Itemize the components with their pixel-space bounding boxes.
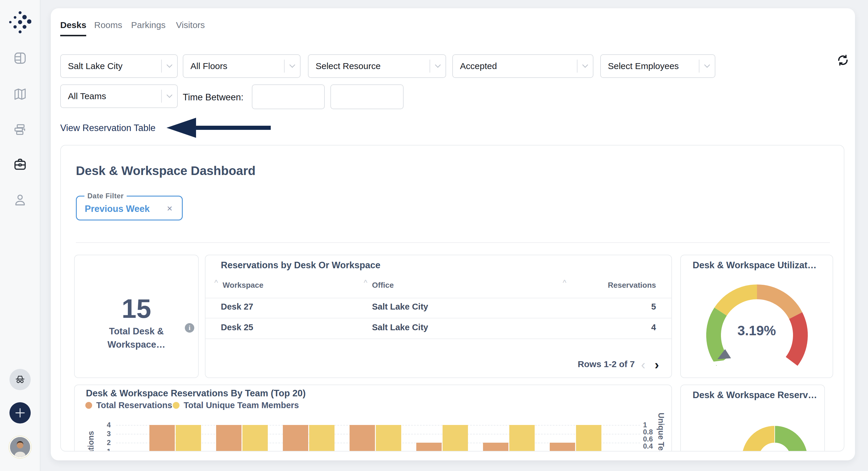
pagination-label: Rows 1-2 of 7 (578, 359, 635, 369)
time-from-input[interactable] (252, 85, 325, 109)
reservations-table-card: Reservations by Desk Or Workspace ^ Work… (205, 255, 672, 378)
dashboard-card: Desk & Workspace Dashboard Date Filter P… (60, 145, 844, 451)
bar-total-reservations (416, 443, 442, 451)
y-axis-left-tick: 1 (92, 447, 111, 451)
briefcase-icon[interactable] (13, 158, 27, 171)
bar-unique-team-members (376, 425, 401, 451)
bar-unique-team-members (442, 425, 468, 451)
sort-icon[interactable]: ^ (214, 278, 218, 287)
stat-card: 15 Total Desk & Workspace… i (74, 255, 199, 378)
bar-total-reservations (349, 425, 375, 451)
add-button[interactable] (9, 402, 31, 423)
user-avatar[interactable] (9, 436, 31, 458)
annotation-arrow-shaft (195, 126, 271, 130)
incognito-button[interactable] (9, 369, 31, 390)
bar-unique-team-members (176, 425, 201, 451)
utilization-gauge-card: Desk & Workspace Utilizat… 3.19% (680, 255, 833, 378)
divider (206, 298, 671, 299)
employees-select-value: Select Employees (601, 61, 699, 71)
stat-label-line1: Total Desk & (75, 326, 198, 337)
main-panel: Desks Rooms Parkings Visitors Salt Lake … (51, 8, 855, 460)
legend-item-reservations[interactable]: Total Reservations (85, 401, 172, 410)
refresh-icon[interactable] (836, 54, 849, 67)
teams-select-value: All Teams (61, 91, 161, 101)
bar-total-reservations (550, 443, 575, 451)
sort-icon[interactable]: ^ (364, 278, 367, 287)
gauge-chart (681, 255, 833, 378)
divider (206, 318, 671, 318)
resource-select-value: Select Resource (309, 61, 430, 71)
bar-total-reservations (216, 425, 242, 451)
date-filter-label: Date Filter (85, 192, 127, 200)
tab-rooms[interactable]: Rooms (94, 20, 122, 35)
floors-select-value: All Floors (183, 61, 284, 71)
time-to-input[interactable] (330, 85, 404, 109)
legend-label: Total Unique Team Members (184, 401, 299, 410)
info-icon[interactable]: i (185, 323, 194, 333)
divider (206, 339, 671, 339)
bar-unique-team-members (576, 425, 601, 451)
cell-office: Salt Lake City (372, 302, 428, 312)
sidebar (0, 0, 40, 471)
column-header-office[interactable]: Office (372, 281, 394, 290)
resource-select[interactable]: Select Resource (308, 54, 446, 78)
status-select[interactable]: Accepted (452, 54, 593, 78)
legend-label: Total Reservations (96, 401, 172, 410)
cell-office: Salt Lake City (372, 322, 428, 332)
legend-dot (173, 402, 180, 409)
gauge-value: 3.19% (681, 322, 833, 339)
tab-visitors[interactable]: Visitors (176, 20, 205, 35)
date-filter-value: Previous Week (85, 203, 150, 214)
legend-item-unique-members[interactable]: Total Unique Team Members (173, 401, 299, 410)
chevron-down-icon (162, 64, 177, 68)
dashboard-title: Desk & Workspace Dashboard (76, 164, 255, 178)
legend-dot (85, 402, 92, 409)
office-select[interactable]: Salt Lake City (60, 54, 178, 78)
chevron-down-icon (162, 94, 177, 98)
bar-total-reservations (283, 425, 308, 451)
cell-reservations: 4 (651, 322, 656, 332)
bar-total-reservations (149, 425, 175, 451)
y-axis-left-tick: 3 (92, 430, 111, 438)
tab-desks[interactable]: Desks (60, 20, 86, 36)
divider (76, 242, 830, 243)
donut-chart-card: Desk & Workspace Reserv… (680, 384, 825, 451)
stat-label-line2: Workspace… (75, 339, 198, 350)
annotation-arrow-head (166, 118, 196, 138)
bar-unique-team-members (509, 425, 535, 451)
incognito-icon (14, 374, 26, 385)
bar-unique-team-members (309, 425, 335, 451)
teams-select[interactable]: All Teams (60, 85, 178, 108)
next-page-button[interactable]: › (655, 357, 659, 372)
close-icon[interactable]: × (167, 203, 173, 214)
chevron-down-icon (578, 64, 593, 68)
cell-workspace: Desk 25 (221, 322, 253, 332)
date-filter-chip[interactable]: Date Filter Previous Week × (76, 196, 183, 220)
cell-workspace: Desk 27 (221, 302, 253, 312)
view-reservation-table-link[interactable]: View Reservation Table (60, 123, 156, 133)
map-icon[interactable] (13, 87, 27, 101)
bar-chart-card: Desk & Workspace Reservations By Team (T… (74, 384, 672, 451)
time-between-label: Time Between: (183, 92, 244, 103)
plus-icon (14, 407, 26, 418)
floors-select[interactable]: All Floors (183, 54, 301, 78)
person-icon[interactable] (13, 193, 27, 207)
prev-page-button[interactable]: ‹ (641, 357, 645, 372)
tab-parkings[interactable]: Parkings (131, 20, 166, 35)
app-logo[interactable] (9, 11, 31, 34)
table-title: Reservations by Desk Or Workspace (221, 260, 380, 271)
bar-unique-team-members (242, 425, 268, 451)
employees-select[interactable]: Select Employees (600, 54, 715, 78)
chevron-down-icon (430, 64, 445, 68)
stat-value: 15 (75, 294, 198, 324)
chevron-down-icon (285, 64, 300, 68)
y-axis-left-tick: 2 (92, 439, 111, 447)
office-select-value: Salt Lake City (61, 61, 161, 71)
floors-icon[interactable] (13, 123, 27, 136)
sort-icon[interactable]: ^ (563, 278, 566, 287)
column-header-workspace[interactable]: Workspace (223, 281, 264, 290)
status-select-value: Accepted (453, 61, 577, 71)
column-header-reservations[interactable]: Reservations (608, 281, 656, 290)
chevron-down-icon (700, 64, 715, 68)
layout-icon[interactable] (13, 51, 27, 65)
